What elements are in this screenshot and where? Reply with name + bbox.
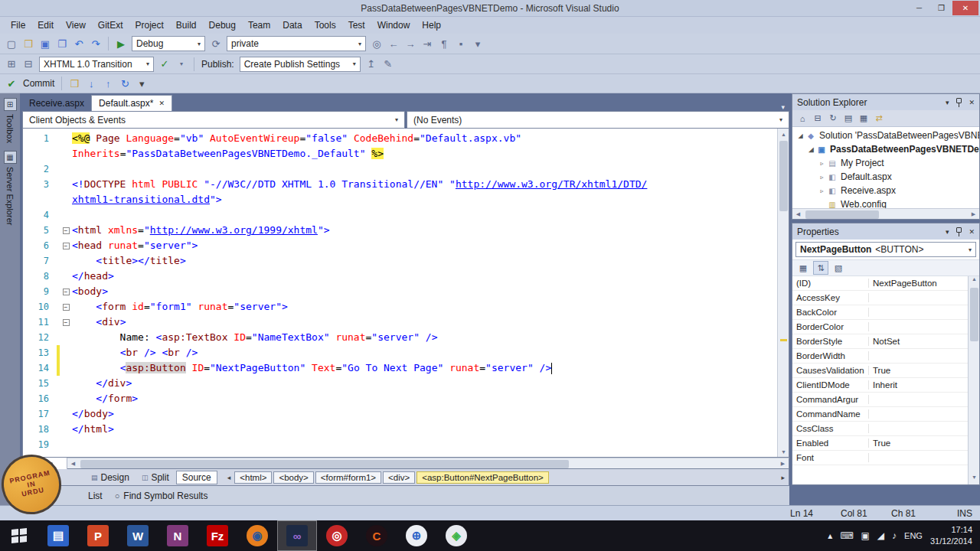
- chevron-down-icon[interactable]: ▾: [946, 228, 949, 236]
- redo-icon[interactable]: ↷: [88, 36, 103, 51]
- taskbar-ccleaner-icon[interactable]: C: [357, 520, 397, 551]
- pin-icon[interactable]: [955, 227, 962, 236]
- split-view-button[interactable]: ◫ Split: [136, 471, 175, 484]
- taskbar-document-app-icon[interactable]: ▤: [38, 520, 78, 551]
- scroll-up-icon[interactable]: ▲: [778, 129, 789, 139]
- scroll-left-icon[interactable]: ◀: [67, 461, 79, 467]
- tab-default-aspx[interactable]: Default.aspx* ✕: [91, 95, 172, 111]
- property-value[interactable]: True: [869, 366, 968, 375]
- property-value[interactable]: NextPageButton: [869, 279, 968, 288]
- selected-object-dropdown[interactable]: NextPageButton <BUTTON> ▾: [795, 242, 976, 257]
- crumb-scroll-left-icon[interactable]: ◂: [225, 474, 234, 481]
- object-dropdown[interactable]: Client Objects & Events ▾: [22, 111, 405, 129]
- push-icon[interactable]: ↑: [100, 76, 116, 91]
- tree-item-web-config[interactable]: ▥Web.config: [792, 197, 979, 208]
- tree-expander-icon[interactable]: ▹: [817, 160, 827, 167]
- refresh-icon[interactable]: ↻: [117, 76, 132, 91]
- save-all-icon[interactable]: ❐: [54, 36, 70, 51]
- property-row[interactable]: BackColor: [792, 305, 968, 320]
- tree-expander-icon[interactable]: ◢: [806, 146, 816, 153]
- attach-process-icon[interactable]: ⟳: [208, 36, 224, 51]
- menu-test[interactable]: Test: [342, 18, 371, 33]
- bookmark-icon[interactable]: ▪: [453, 36, 469, 51]
- repo-folder-icon[interactable]: ❒: [67, 76, 82, 91]
- chevron-down-icon[interactable]: ▾: [174, 57, 189, 72]
- menu-gitext[interactable]: GitExt: [92, 18, 129, 33]
- close-icon[interactable]: ✕: [969, 99, 975, 106]
- start-button[interactable]: [0, 520, 38, 551]
- tree-expander-icon[interactable]: ▹: [817, 187, 827, 194]
- menu-edit[interactable]: Edit: [31, 18, 60, 33]
- menu-file[interactable]: File: [5, 18, 31, 33]
- find-icon[interactable]: ◎: [369, 36, 384, 51]
- property-row[interactable]: ClientIDModeInherit: [792, 378, 968, 393]
- property-row[interactable]: Font: [792, 451, 968, 465]
- breadcrumb-tag[interactable]: <div>: [383, 471, 415, 484]
- server-explorer-tab[interactable]: ▦ Server Explorer: [4, 151, 17, 225]
- property-row[interactable]: CommandName: [792, 407, 968, 422]
- taskbar-onenote-icon[interactable]: N: [158, 520, 198, 551]
- tree-expander-icon[interactable]: ▹: [817, 174, 827, 181]
- indent-icon[interactable]: ⇥: [420, 36, 435, 51]
- edit-settings-icon[interactable]: ✎: [381, 57, 396, 72]
- taskbar-internet-globe-icon[interactable]: ⊕: [397, 520, 436, 551]
- touch-keyboard-icon[interactable]: ⌨: [840, 530, 853, 541]
- sync-with-active-document-icon[interactable]: ⇄: [872, 112, 886, 126]
- menu-debug[interactable]: Debug: [203, 18, 242, 33]
- menu-tools[interactable]: Tools: [309, 18, 342, 33]
- taskbar-word-icon[interactable]: W: [118, 520, 158, 551]
- scrollbar-thumb[interactable]: [80, 460, 569, 468]
- document-list-dropdown-icon[interactable]: ▾: [781, 103, 785, 111]
- scroll-right-icon[interactable]: ▶: [968, 211, 979, 217]
- validate-markup-icon[interactable]: ✓: [157, 57, 172, 72]
- commit-icon[interactable]: ✔: [4, 76, 19, 91]
- maximize-button[interactable]: ❐: [930, 1, 952, 15]
- tab-receive-aspx[interactable]: Receive.aspx: [22, 95, 91, 111]
- scroll-down-icon[interactable]: ▼: [778, 446, 789, 457]
- property-row[interactable]: BorderStyleNotSet: [792, 334, 968, 349]
- tree-item-receive-aspx[interactable]: ▹◧Receive.aspx: [792, 184, 979, 197]
- home-icon[interactable]: ⌂: [795, 112, 809, 126]
- taskbar-firefox-icon[interactable]: ◉: [237, 520, 277, 551]
- start-debug-icon[interactable]: ▶: [113, 36, 129, 51]
- menu-data[interactable]: Data: [276, 18, 308, 33]
- error-list-tab[interactable]: List: [88, 491, 103, 501]
- menu-project[interactable]: Project: [129, 18, 170, 33]
- property-row[interactable]: CausesValidationTrue: [792, 364, 968, 378]
- design-view-button[interactable]: ▤ Design: [86, 471, 135, 484]
- crumb-scroll-right-icon[interactable]: ▸: [779, 474, 787, 481]
- property-row[interactable]: AccessKey: [792, 291, 968, 305]
- navigate-backward-icon[interactable]: ←: [386, 36, 401, 51]
- taskbar-download-manager-icon[interactable]: ◈: [436, 520, 476, 551]
- events-dropdown[interactable]: (No Events) ▾: [407, 111, 789, 129]
- commit-button[interactable]: Commit: [23, 78, 54, 89]
- property-row[interactable]: EnabledTrue: [792, 436, 968, 451]
- code-editor[interactable]: 1<%@ Page Language="vb" AutoEventWireup=…: [22, 129, 789, 458]
- new-file-icon[interactable]: ▢: [4, 36, 19, 51]
- breadcrumb-tag[interactable]: <html>: [234, 471, 272, 484]
- target-schema-dropdown[interactable]: XHTML 1.0 Transition▾: [39, 57, 154, 72]
- scroll-down-icon[interactable]: ▼: [969, 474, 979, 484]
- find-combobox[interactable]: private▾: [227, 36, 366, 51]
- save-icon[interactable]: ▣: [38, 36, 53, 51]
- more-options-icon[interactable]: ▾: [470, 36, 485, 51]
- property-row[interactable]: CommandArgur: [792, 393, 968, 407]
- action-center-icon[interactable]: ▣: [861, 530, 870, 541]
- menu-window[interactable]: Window: [371, 18, 416, 33]
- network-icon[interactable]: ◢: [877, 530, 884, 541]
- collapse-icon[interactable]: −: [63, 227, 70, 234]
- minimize-button[interactable]: ─: [908, 1, 930, 15]
- show-all-files-icon[interactable]: ▤: [841, 112, 855, 126]
- collapse-icon[interactable]: −: [63, 243, 70, 249]
- clock[interactable]: 17:14 31/12/2014: [930, 524, 972, 547]
- toolbox-tab[interactable]: ⊞ Toolbox: [4, 98, 17, 143]
- tree-expander-icon[interactable]: ◢: [795, 132, 805, 139]
- refresh-icon[interactable]: ↻: [826, 112, 840, 126]
- source-view-button[interactable]: Source: [176, 471, 217, 484]
- menu-view[interactable]: View: [60, 18, 92, 33]
- close-icon[interactable]: ✕: [158, 99, 165, 107]
- collapse-icon[interactable]: −: [63, 319, 70, 326]
- tree-item-project[interactable]: ◢▣PassDataBetweenPagesVBNETDemo: [792, 142, 979, 156]
- collapse-all-icon[interactable]: ⊟: [811, 112, 825, 126]
- css-outline-icon[interactable]: ⊟: [21, 57, 36, 72]
